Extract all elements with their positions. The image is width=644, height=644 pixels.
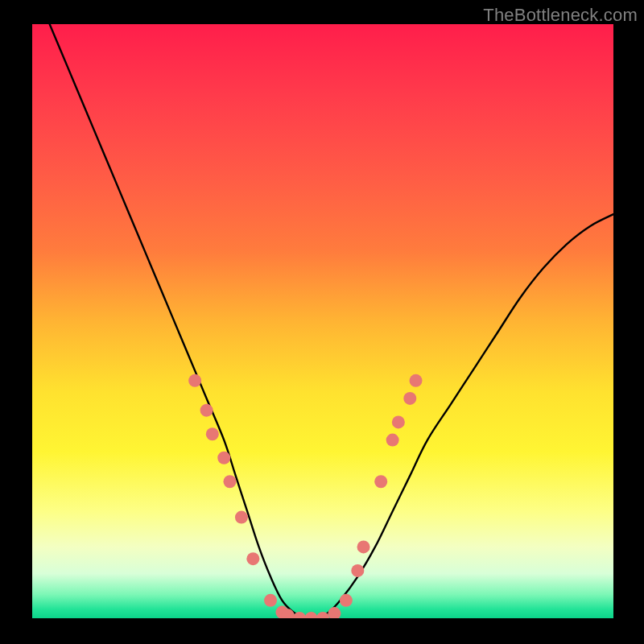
curve-marker	[305, 612, 318, 625]
chart-container: TheBottleneck.com	[0, 0, 644, 644]
bottleneck-chart	[0, 0, 644, 644]
curve-marker	[206, 427, 219, 440]
curve-marker	[410, 374, 423, 387]
curve-marker	[340, 594, 353, 607]
curve-marker	[235, 511, 248, 524]
curve-marker	[374, 475, 387, 488]
plot-background	[32, 24, 613, 618]
curve-marker	[217, 452, 230, 464]
attribution-label: TheBottleneck.com	[483, 5, 638, 26]
curve-marker	[316, 612, 329, 625]
curve-marker	[293, 612, 306, 625]
curve-marker	[200, 404, 213, 417]
curve-marker	[386, 434, 399, 447]
curve-marker	[246, 552, 259, 565]
curve-marker	[351, 564, 364, 577]
curve-marker	[264, 594, 277, 607]
curve-marker	[392, 415, 405, 428]
curve-marker	[188, 374, 201, 387]
curve-marker	[328, 607, 341, 620]
curve-marker	[282, 609, 295, 621]
curve-marker	[403, 392, 416, 405]
curve-marker	[223, 475, 236, 488]
curve-marker	[357, 540, 370, 553]
